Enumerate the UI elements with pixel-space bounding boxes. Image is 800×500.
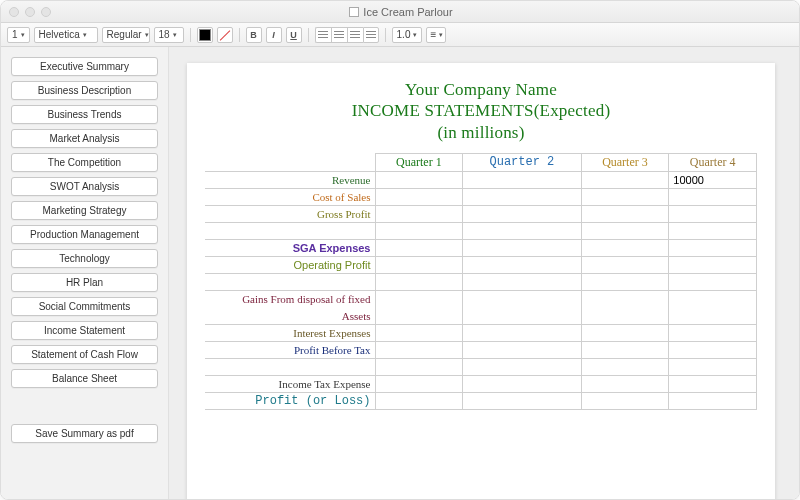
- sidebar-item-business-trends[interactable]: Business Trends: [11, 105, 158, 124]
- sidebar-item-income-statement[interactable]: Income Statement: [11, 321, 158, 340]
- cell-pbt-q4[interactable]: [669, 341, 757, 358]
- row-label-income-tax-expense[interactable]: Income Tax Expense: [205, 375, 375, 392]
- row-label-gross-profit[interactable]: Gross Profit: [205, 205, 375, 222]
- outline-level-select[interactable]: 1▾: [7, 27, 30, 43]
- row-label-interest-expenses[interactable]: Interest Expenses: [205, 324, 375, 341]
- sidebar-item-social-commitments[interactable]: Social Commitments: [11, 297, 158, 316]
- cell-ite-q1[interactable]: [375, 375, 463, 392]
- row-label-revenue[interactable]: Revenue: [205, 171, 375, 188]
- col-header-q2[interactable]: Quarter 2: [463, 153, 581, 171]
- zoom-icon[interactable]: [41, 7, 51, 17]
- align-center-button[interactable]: [331, 27, 347, 43]
- row-spacer[interactable]: [205, 222, 375, 239]
- cell-pl-q3[interactable]: [581, 392, 669, 409]
- cell-pbt-q3[interactable]: [581, 341, 669, 358]
- sidebar-item-hr-plan[interactable]: HR Plan: [11, 273, 158, 292]
- sidebar-item-swot-analysis[interactable]: SWOT Analysis: [11, 177, 158, 196]
- align-justify-icon: [366, 31, 376, 39]
- cell-cos-q4[interactable]: [669, 188, 757, 205]
- cell-pl-q2[interactable]: [463, 392, 581, 409]
- cell-op-q3[interactable]: [581, 256, 669, 273]
- row-label-sga-expenses[interactable]: SGA Expenses: [205, 239, 375, 256]
- slash-icon: [218, 28, 232, 42]
- cell-pbt-q2[interactable]: [463, 341, 581, 358]
- sidebar-item-market-analysis[interactable]: Market Analysis: [11, 129, 158, 148]
- cell-sga-q2[interactable]: [463, 239, 581, 256]
- line-spacing-select[interactable]: 1.0▾: [392, 27, 422, 43]
- cell-int-q1[interactable]: [375, 324, 463, 341]
- cell-revenue-q3[interactable]: [581, 171, 669, 188]
- bold-button[interactable]: B: [246, 27, 262, 43]
- font-size-select[interactable]: 18▾: [154, 27, 184, 43]
- cell-ite-q4[interactable]: [669, 375, 757, 392]
- titlebar: Ice Cream Parlour: [1, 1, 799, 23]
- title-line-2: INCOME STATEMENTS(Expected): [352, 101, 611, 120]
- cell-cos-q1[interactable]: [375, 188, 463, 205]
- cell-pbt-q1[interactable]: [375, 341, 463, 358]
- cell-cos-q2[interactable]: [463, 188, 581, 205]
- document-icon: [349, 7, 359, 17]
- cell-ite-q3[interactable]: [581, 375, 669, 392]
- section-sidebar: Executive Summary Business Description B…: [1, 47, 169, 499]
- row-spacer[interactable]: [205, 273, 375, 290]
- row-label-profit-or-loss[interactable]: Profit (or Loss): [205, 392, 375, 409]
- cell-cos-q3[interactable]: [581, 188, 669, 205]
- cell-gain-q1[interactable]: [375, 290, 463, 324]
- font-style-select[interactable]: Regular▾: [102, 27, 150, 43]
- cell-gain-q4[interactable]: [669, 290, 757, 324]
- cell-gp-q1[interactable]: [375, 205, 463, 222]
- row-label-operating-profit[interactable]: Operating Profit: [205, 256, 375, 273]
- cell-sga-q3[interactable]: [581, 239, 669, 256]
- cell-sga-q1[interactable]: [375, 239, 463, 256]
- align-right-button[interactable]: [347, 27, 363, 43]
- cell-op-q1[interactable]: [375, 256, 463, 273]
- col-header-q4[interactable]: Quarter 4: [669, 153, 757, 171]
- cell-revenue-q1[interactable]: [375, 171, 463, 188]
- sidebar-item-the-competition[interactable]: The Competition: [11, 153, 158, 172]
- cell-int-q3[interactable]: [581, 324, 669, 341]
- font-family-select[interactable]: Helvetica▾: [34, 27, 98, 43]
- cell-op-q4[interactable]: [669, 256, 757, 273]
- row-label-profit-before-tax[interactable]: Profit Before Tax: [205, 341, 375, 358]
- chevron-down-icon: ▾: [21, 31, 25, 39]
- align-justify-button[interactable]: [363, 27, 379, 43]
- col-header-q3[interactable]: Quarter 3: [581, 153, 669, 171]
- cell-op-q2[interactable]: [463, 256, 581, 273]
- text-color-button[interactable]: [197, 27, 213, 43]
- col-header-q1[interactable]: Quarter 1: [375, 153, 463, 171]
- row-spacer[interactable]: [205, 358, 375, 375]
- minimize-icon[interactable]: [25, 7, 35, 17]
- title-line-3: (in millions): [437, 123, 524, 142]
- sidebar-item-production-management[interactable]: Production Management: [11, 225, 158, 244]
- cell-revenue-q2[interactable]: [463, 171, 581, 188]
- align-left-button[interactable]: [315, 27, 331, 43]
- cell-revenue-q4[interactable]: 10000: [669, 171, 757, 188]
- underline-button[interactable]: U: [286, 27, 302, 43]
- cell-pl-q4[interactable]: [669, 392, 757, 409]
- sidebar-item-executive-summary[interactable]: Executive Summary: [11, 57, 158, 76]
- cell-gp-q2[interactable]: [463, 205, 581, 222]
- cell-gp-q3[interactable]: [581, 205, 669, 222]
- row-label-gains-line2[interactable]: Assets: [205, 307, 375, 324]
- cell-gain-q2[interactable]: [463, 290, 581, 324]
- cell-gp-q4[interactable]: [669, 205, 757, 222]
- sidebar-item-marketing-strategy[interactable]: Marketing Strategy: [11, 201, 158, 220]
- document-area[interactable]: Your Company Name INCOME STATEMENTS(Expe…: [169, 47, 799, 499]
- save-summary-button[interactable]: Save Summary as pdf: [11, 424, 158, 443]
- cell-ite-q2[interactable]: [463, 375, 581, 392]
- cell-sga-q4[interactable]: [669, 239, 757, 256]
- list-style-select[interactable]: ≡▾: [426, 27, 446, 43]
- sidebar-item-balance-sheet[interactable]: Balance Sheet: [11, 369, 158, 388]
- cell-pl-q1[interactable]: [375, 392, 463, 409]
- cell-int-q4[interactable]: [669, 324, 757, 341]
- row-label-cost-of-sales[interactable]: Cost of Sales: [205, 188, 375, 205]
- sidebar-item-business-description[interactable]: Business Description: [11, 81, 158, 100]
- row-label-gains-line1[interactable]: Gains From disposal of fixed: [205, 290, 375, 307]
- close-icon[interactable]: [9, 7, 19, 17]
- cell-int-q2[interactable]: [463, 324, 581, 341]
- sidebar-item-statement-of-cash-flow[interactable]: Statement of Cash Flow: [11, 345, 158, 364]
- cell-gain-q3[interactable]: [581, 290, 669, 324]
- clear-format-button[interactable]: [217, 27, 233, 43]
- italic-button[interactable]: I: [266, 27, 282, 43]
- sidebar-item-technology[interactable]: Technology: [11, 249, 158, 268]
